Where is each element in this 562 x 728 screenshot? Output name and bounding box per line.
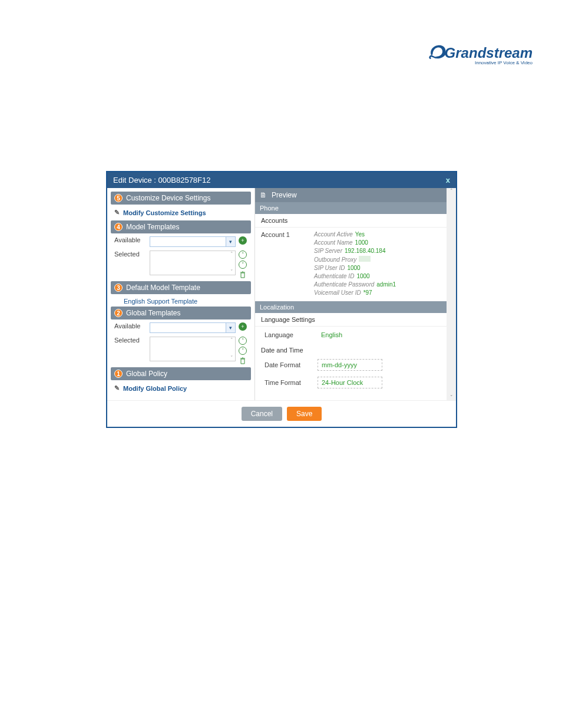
edit-device-dialog: Edit Device : 000B82578F12 x 5 Customize…: [106, 171, 457, 428]
customize-settings-header[interactable]: 5 Customize Device Settings: [111, 192, 251, 205]
left-panel: 5 Customize Device Settings ✎ Modify Cus…: [107, 188, 254, 400]
badge-1: 1: [114, 370, 123, 378]
pencil-icon: ✎: [114, 209, 120, 216]
trash-icon[interactable]: [239, 357, 247, 365]
model-templates-label: Model Templates: [126, 223, 180, 231]
date-format-label: Date Format: [265, 361, 318, 368]
default-model-label: Default Model Template: [126, 284, 200, 292]
down-icon[interactable]: ˅: [239, 261, 247, 269]
global-policy-header[interactable]: 1 Global Policy: [111, 367, 251, 380]
mt-selected-list[interactable]: ˄˅: [150, 251, 236, 275]
default-model-header[interactable]: 3 Default Model Template: [111, 281, 251, 294]
language-value[interactable]: English: [318, 330, 382, 340]
gt-available-combo[interactable]: ▾: [150, 322, 236, 333]
save-button[interactable]: Save: [287, 407, 322, 421]
mt-available-combo[interactable]: ▾: [150, 236, 236, 247]
scroll-down-icon[interactable]: ˅: [450, 394, 453, 400]
phone-category: Phone: [255, 202, 447, 214]
mt-available-label: Available: [114, 236, 147, 243]
time-format-value[interactable]: 24-Hour Clock: [318, 377, 382, 388]
modify-global-link[interactable]: ✎ Modify Global Policy: [111, 382, 251, 394]
language-settings-header: Language Settings: [255, 313, 447, 327]
customize-label: Customize Device Settings: [126, 194, 210, 202]
dialog-footer: Cancel Save: [107, 400, 456, 427]
model-templates-header[interactable]: 4 Model Templates: [111, 220, 251, 233]
time-format-label: Time Format: [265, 379, 318, 386]
mt-selected-label: Selected: [114, 251, 147, 258]
date-format-value[interactable]: mm-dd-yyyy: [318, 359, 382, 371]
outbound-proxy-empty: [359, 256, 371, 262]
language-label: Language: [265, 331, 318, 338]
brand-name: Grandstream: [445, 45, 533, 61]
trash-icon[interactable]: [239, 271, 247, 279]
preview-panel: 🗎 Preview Phone Accounts Account 1 Accou…: [254, 188, 456, 400]
gt-selected-list[interactable]: ˄˅: [150, 337, 236, 361]
preview-header: 🗎 Preview: [255, 188, 447, 202]
pencil-icon: ✎: [114, 384, 120, 392]
up-icon[interactable]: ˄: [239, 337, 247, 345]
account-1-fields: Account ActiveYes Account Name1000 SIP S…: [314, 231, 441, 298]
gt-available-label: Available: [114, 322, 147, 330]
chevron-down-icon[interactable]: ▾: [226, 323, 235, 332]
badge-5: 5: [114, 194, 123, 202]
global-templates-header[interactable]: 2 Global Templates: [111, 307, 251, 319]
brand-logo: Grandstream Innovative IP Voice & Video: [428, 41, 533, 65]
account-1-label: Account 1: [261, 231, 308, 298]
chevron-down-icon[interactable]: ▾: [226, 237, 235, 246]
add-icon[interactable]: +: [239, 236, 247, 245]
badge-2: 2: [114, 309, 123, 317]
english-support-template[interactable]: English Support Template: [111, 296, 251, 307]
accounts-header: Accounts: [255, 214, 447, 228]
dialog-title: Edit Device : 000B82578F12: [113, 176, 211, 185]
dialog-header: Edit Device : 000B82578F12 x: [107, 172, 456, 188]
add-icon[interactable]: +: [239, 322, 247, 331]
cancel-button[interactable]: Cancel: [242, 407, 282, 421]
global-policy-label: Global Policy: [126, 370, 167, 378]
modify-customize-link[interactable]: ✎ Modify Customize Settings: [111, 206, 251, 219]
scroll-up-icon[interactable]: ˄: [450, 188, 453, 194]
badge-4: 4: [114, 223, 123, 231]
gt-selected-label: Selected: [114, 337, 147, 344]
scrollbar[interactable]: ˄ ˅: [447, 188, 456, 400]
close-icon[interactable]: x: [446, 176, 450, 185]
up-icon[interactable]: ˄: [239, 251, 247, 259]
down-icon[interactable]: ˅: [239, 347, 247, 355]
localization-category: Localization: [255, 301, 447, 313]
badge-3: 3: [114, 284, 123, 292]
document-icon: 🗎: [260, 191, 267, 199]
global-templates-label: Global Templates: [126, 309, 181, 317]
date-time-header: Date and Time: [255, 343, 447, 356]
